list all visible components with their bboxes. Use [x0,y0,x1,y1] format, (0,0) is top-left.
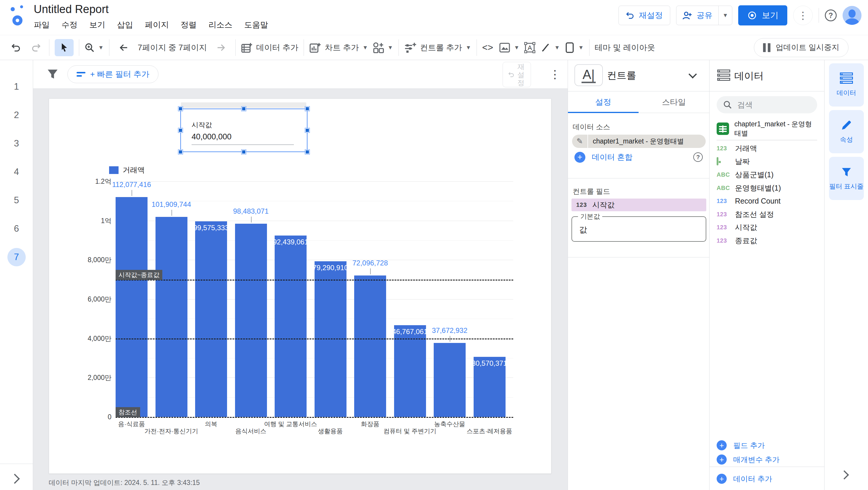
community-viz-dropdown-icon[interactable]: ▼ [388,45,393,51]
collapse-panel-chevron-icon[interactable] [840,470,849,479]
undo-button[interactable] [8,39,24,56]
bar-가전·전자·통신기기[interactable] [156,217,187,417]
field-시작값[interactable]: 123시작값 [710,221,824,234]
menu-도움말[interactable]: 도움말 [244,20,268,30]
bar-화장품[interactable] [354,276,386,417]
bar-의복[interactable] [195,221,227,417]
zoom-dropdown-icon[interactable]: ▼ [98,45,104,51]
page-thumb-2[interactable]: 2 [2,101,31,129]
report-canvas[interactable]: + 빠른 필터 추가 재설정 ⋮ 시작값 40,000,000 [33,60,568,490]
more-options-kebab-icon[interactable]: ⋮ [793,6,813,25]
field-search-box[interactable]: 검색 [717,96,817,113]
menu-리소스[interactable]: 리소스 [209,20,232,30]
next-page-button[interactable] [213,39,230,56]
control-type-icon[interactable]: A| [575,64,603,86]
blend-help-icon[interactable]: ? [693,152,703,162]
view-button[interactable]: 보기 [738,5,787,25]
add-image-button[interactable]: ▼ [499,42,520,53]
x-axis-label: 컴퓨터 및 주변기기 [383,427,437,435]
redo-button[interactable] [28,39,44,56]
share-dropdown-arrow[interactable]: ▼ [718,6,732,25]
previous-page-button[interactable] [115,39,131,56]
community-visualizations-button[interactable]: ▼ [372,42,393,54]
expand-page-panel-icon[interactable] [10,474,20,484]
shape-dropdown-icon[interactable]: ▼ [578,45,584,51]
field-참조선 설정[interactable]: 123참조선 설정 [710,208,824,221]
data-refresh-status: 데이터 마지막 업데이트: 2024. 5. 11. 오후 3:43:15 [49,478,200,487]
bar-음식서비스[interactable] [235,224,267,417]
bar-chart[interactable]: 거래액 02,000만4,000만6,000만8,000만1억1.2억112,0… [49,99,551,473]
label-connector [370,268,371,274]
edit-pencil-icon[interactable]: ✎ [572,135,588,148]
field-거래액[interactable]: 123거래액 [710,142,824,155]
bar-여행 및 교통서비스[interactable] [275,235,307,417]
default-value-input[interactable]: 값 [579,225,587,235]
embed-url-button[interactable]: <> [482,42,493,53]
add-parameter-button[interactable]: + 매개변수 추가 [717,455,780,465]
add-shape-button[interactable]: ▼ [565,42,584,53]
image-dropdown-icon[interactable]: ▼ [514,45,520,51]
reset-button[interactable]: 재설정 [618,6,670,25]
data-panel: 데이터 검색 chapter1_market - 운영형태별 123거래액날짜A… [709,60,824,490]
field-Record Count[interactable]: 123Record Count [710,194,824,208]
share-button[interactable]: 공유 ▼ [676,6,732,25]
y-axis-tick: 1억 [76,216,112,225]
add-chart-button[interactable]: 차트 추가 ▼ [309,42,368,53]
pause-updates-button[interactable]: 업데이트 일시중지 [754,38,848,57]
add-chart-dropdown-icon[interactable]: ▼ [363,45,368,51]
select-cursor-tool[interactable] [55,39,73,56]
add-field-button[interactable]: + 필드 추가 [717,440,765,450]
menu-삽입[interactable]: 삽입 [117,20,133,30]
add-text-button[interactable]: A [524,42,535,53]
tab-settings[interactable]: 설정 [568,91,639,113]
data-source-row[interactable]: chapter1_market - 운영형태별 [717,121,817,136]
add-line-button[interactable]: ▼ [540,42,560,53]
add-quick-filter-button[interactable]: + 빠른 필터 추가 [67,65,158,83]
page-thumb-7[interactable]: 7 [2,243,31,271]
page-thumb-3[interactable]: 3 [2,129,31,158]
help-icon[interactable]: ? [825,9,837,21]
add-control-button[interactable]: 컨트롤 추가 ▼ [404,42,471,54]
tab-style[interactable]: 스타일 [639,91,709,113]
report-title[interactable]: Untitled Report [34,3,108,16]
blend-data-link[interactable]: 데이터 혼합 [592,152,687,163]
field-종료값[interactable]: 123종료값 [710,234,824,248]
page-thumb-6[interactable]: 6 [2,214,31,243]
bar-value-label: 101,909,744 [152,200,191,209]
field-운영형태별(1)[interactable]: ABC운영형태별(1) [710,181,824,195]
filter-bar-kebab-icon[interactable]: ⋮ [549,65,561,84]
bar-음·식료품[interactable] [116,197,148,417]
side-rail-properties[interactable]: 속성 [829,110,864,153]
menu-정렬[interactable]: 정렬 [181,20,196,30]
report-page[interactable]: 시작값 40,000,000 거래액 02,000만4,000만6,000만8,… [49,98,551,474]
page-thumb-5[interactable]: 5 [2,186,31,214]
page-indicator[interactable]: 7페이지 중 7페이지 [138,42,207,53]
menu-보기[interactable]: 보기 [89,20,105,30]
page-thumb-4[interactable]: 4 [2,158,31,186]
add-data-button[interactable]: 데이터 추가 [241,42,299,53]
control-field-chip[interactable]: 123 시작값 [571,199,706,211]
field-날짜[interactable]: 날짜 [710,155,824,168]
add-control-dropdown-icon[interactable]: ▼ [466,45,471,51]
zoom-tool[interactable]: ▼ [85,42,104,53]
menu-수정[interactable]: 수정 [61,20,78,30]
x-axis-label: 농축수산물 [434,420,465,428]
user-avatar[interactable] [843,6,862,25]
data-source-chip[interactable]: ✎ chapter1_market - 운영형태별 [572,135,706,148]
looker-studio-logo-icon[interactable] [10,5,28,30]
menu-파일[interactable]: 파일 [34,20,50,30]
theme-layout-button[interactable]: 테마 및 레이아웃 [595,42,655,53]
field-상품군별(1)[interactable]: ABC상품군별(1) [710,168,824,181]
chevron-down-icon[interactable] [688,70,697,79]
bar-value-label: 92,439,061 [273,238,308,246]
blend-data-plus-icon[interactable]: + [575,152,585,163]
side-rail-filter-bar[interactable]: 필터 표시줄 [829,157,864,200]
default-value-field[interactable]: 기본값 값 [571,216,706,242]
add-data-button-bottom[interactable]: + 데이터 추가 [717,474,772,484]
page-thumb-1[interactable]: 1 [2,73,31,101]
bar-농축수산물[interactable] [434,343,466,417]
filter-reset-button[interactable]: 재설정 [503,62,531,87]
line-dropdown-icon[interactable]: ▼ [554,45,560,51]
side-rail-data[interactable]: 데이터 [829,63,864,107]
menu-페이지[interactable]: 페이지 [145,20,169,30]
